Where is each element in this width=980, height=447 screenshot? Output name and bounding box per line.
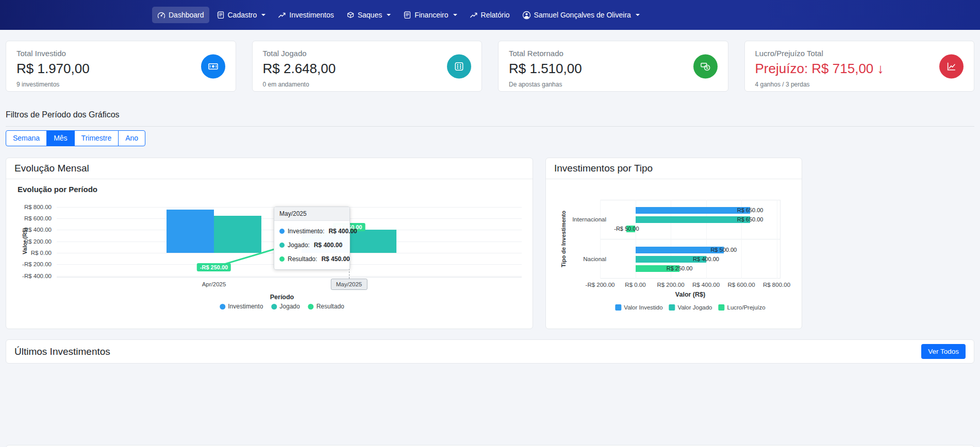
period-filter-semana[interactable]: Semana: [6, 130, 47, 146]
legend-dot: [220, 304, 225, 310]
x-tick-label: R$ 0.00: [625, 282, 645, 288]
stat-card-subtitle: 4 ganhos / 3 perdas: [755, 81, 964, 88]
evolucao-panel-header: Evolução Mensal: [6, 158, 533, 179]
legend-dot: [308, 304, 314, 310]
nav-item-cadastro[interactable]: Cadastro: [211, 7, 271, 23]
investimentos-por-tipo-panel: Investimentos por Tipo Tipo de Investime…: [545, 158, 802, 329]
chart-tooltip: May/2025Investimento:R$ 400.00Jogado:R$ …: [274, 207, 350, 270]
legend-label: Investimento: [228, 303, 263, 310]
graph-line-icon: [939, 54, 964, 78]
nav-item-dashboard[interactable]: Dashboard: [152, 7, 209, 23]
person-circle-icon: [522, 11, 531, 20]
category-label-nacional: Nacional: [546, 256, 606, 262]
x-axis-title: Período: [270, 294, 294, 301]
tooltip-series-dot: [279, 256, 285, 262]
tipos-chart-body: Tipo de Investimento-R$ 200.00R$ 0.00R$ …: [546, 179, 802, 329]
legend-item-investimento[interactable]: Investimento: [220, 303, 263, 310]
ver-todos-button[interactable]: Ver Todos: [921, 344, 966, 359]
bar-value-label: R$ 500.00: [710, 247, 737, 253]
nav-item-relat-rio[interactable]: Relatório: [464, 7, 515, 23]
legend-swatch: [669, 304, 675, 311]
ultimos-investimentos-header-card: Últimos Investimentos Ver Todos: [6, 339, 974, 364]
ultimos-investimentos-table-card: [6, 445, 974, 447]
stat-card-3: Total RetornadoR$ 1.510,00De apostas gan…: [498, 41, 728, 92]
stat-card-value: R$ 1.510,00: [509, 61, 718, 77]
y-tick-label: -R$ 200.00: [6, 261, 52, 267]
nav-item-financeiro[interactable]: Financeiro: [398, 7, 462, 23]
y-tick-label: R$ 0.00: [6, 250, 52, 256]
period-filter-m-s[interactable]: Mês: [46, 130, 74, 146]
bar-value-label: R$ 650.00: [737, 207, 763, 214]
bar-value-label: R$ 650.00: [737, 216, 763, 223]
tooltip-series-dot: [279, 243, 285, 248]
tooltip-row: Investimento:R$ 400.00: [279, 228, 344, 235]
nav-item-saques[interactable]: Saques: [341, 7, 396, 23]
x-tick-label: -R$ 200.00: [586, 282, 615, 288]
bar-valor-jogado-internacional[interactable]: [636, 216, 751, 223]
chevron-down-icon: [636, 14, 640, 16]
y-tick-label: R$ 600.00: [6, 215, 52, 221]
evolucao-chart-body: Evolução por PeríodoValor (R$)R$ 800.00R…: [6, 179, 533, 329]
stat-card-4: Lucro/Prejuízo TotalPrejuízo: R$ 715,00 …: [744, 41, 975, 92]
stat-cards-row: Total InvestidoR$ 1.970,009 investimento…: [6, 41, 974, 92]
legend-swatch: [615, 304, 621, 311]
charts-row: Evolução Mensal Evolução por PeríodoValo…: [6, 158, 974, 329]
legend-label: Jogado: [279, 303, 300, 310]
speedometer-icon: [157, 11, 165, 19]
legend-label: Valor Jogado: [678, 304, 712, 311]
tooltip-series-label: Investimento:: [288, 228, 324, 235]
resultado-point-label: -R$ 250.00: [197, 263, 231, 271]
stat-card-subtitle: 9 investimentos: [16, 81, 225, 88]
stat-card-1: Total InvestidoR$ 1.970,009 investimento…: [6, 41, 236, 92]
legend-item-jogado[interactable]: Jogado: [271, 303, 300, 310]
stat-card-title: Total Investido: [16, 49, 225, 58]
tooltip-series-dot: [279, 229, 285, 234]
tooltip-series-label: Resultado:: [288, 255, 317, 263]
bar-valor-investido-internacional[interactable]: [636, 207, 751, 214]
tooltip-row: Resultado:R$ 450.00: [279, 255, 344, 263]
period-filter-group: SemanaMêsTrimestreAno: [6, 130, 145, 146]
crosshair-category-label: May/2025: [331, 279, 368, 290]
stat-card-subtitle: 0 em andamento: [263, 81, 472, 88]
stat-card-title: Total Jogado: [263, 49, 472, 58]
stat-card-value: Prejuízo: R$ 715,00 ↓: [755, 61, 964, 77]
legend-label: Lucro/Prejuízo: [727, 304, 765, 311]
graph-up-arrow-icon: [470, 11, 478, 19]
gridline: [57, 276, 522, 277]
x-tick-label: R$ 600.00: [727, 282, 755, 288]
x-axis-title: Valor (R$): [675, 291, 705, 298]
nav-item-label: Financeiro: [414, 11, 448, 19]
legend-dot: [271, 304, 277, 310]
bar-value-label: R$ 400.00: [693, 256, 719, 263]
chart-legend: InvestimentoJogadoResultado: [220, 303, 344, 310]
nav-item-samuel-gon-alves-de-oliveira[interactable]: Samuel Gonçalves de Oliveira: [517, 7, 645, 24]
stat-card-subtitle: De apostas ganhas: [509, 81, 718, 88]
legend-item-valor-jogado[interactable]: Valor Jogado: [669, 304, 712, 311]
stat-card-value: R$ 2.648,00: [263, 61, 472, 77]
journal-text-icon: [403, 11, 411, 19]
x-axis-line: [57, 277, 522, 278]
nav-item-investimentos[interactable]: Investimentos: [273, 7, 339, 23]
dice-icon: [447, 54, 471, 78]
tooltip-series-label: Jogado:: [288, 242, 310, 249]
legend-item-resultado[interactable]: Resultado: [308, 303, 344, 310]
bar-value-label: R$ 250.00: [667, 265, 693, 272]
bar-investimento-apr-2025[interactable]: [167, 210, 214, 253]
journal-text-icon: [217, 11, 225, 19]
chart-title: Evolução por Período: [18, 185, 97, 194]
period-filter-trimestre[interactable]: Trimestre: [74, 130, 119, 146]
tooltip-series-value: R$ 400.00: [314, 242, 342, 249]
chevron-down-icon: [387, 14, 391, 16]
bar-jogado-apr-2025[interactable]: [214, 216, 261, 253]
legend-item-lucro-preju-zo[interactable]: Lucro/Prejuízo: [718, 304, 765, 311]
nav-item-label: Samuel Gonçalves de Oliveira: [534, 11, 631, 19]
nav-item-label: Relatório: [481, 11, 510, 19]
period-filter-ano[interactable]: Ano: [118, 130, 145, 146]
gridline: [777, 200, 777, 279]
legend-item-valor-investido[interactable]: Valor Investido: [615, 304, 662, 311]
stat-card-title: Total Retornado: [509, 49, 718, 58]
tooltip-title: May/2025: [274, 207, 350, 221]
bar-value-label: -R$ 50.00: [614, 226, 639, 232]
filters-divider: [6, 126, 974, 127]
nav-item-label: Cadastro: [228, 11, 257, 19]
